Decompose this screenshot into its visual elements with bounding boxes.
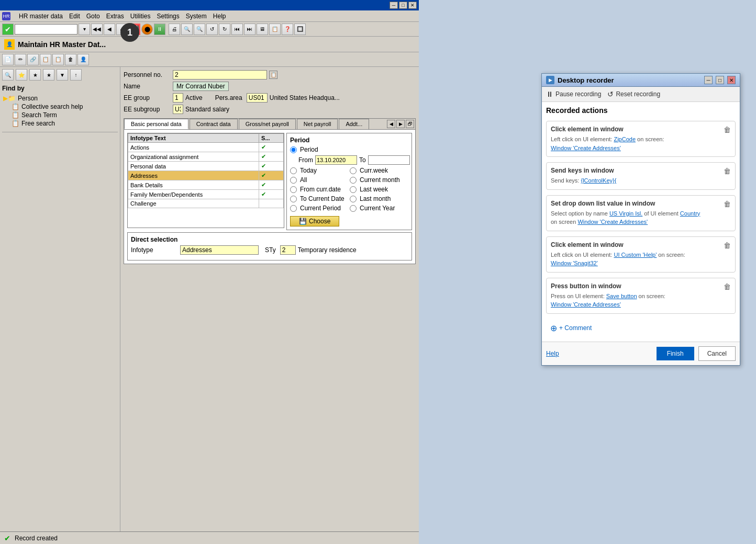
find2-btn[interactable]: 🔍	[194, 24, 205, 35]
tb2-1[interactable]: 📄	[2, 54, 14, 65]
tb2-3[interactable]: 🔗	[27, 54, 39, 65]
nav-prev-btn[interactable]: ◀	[104, 24, 115, 35]
reset-recording-btn[interactable]: ↺ Reset recording	[607, 90, 660, 98]
period-radio[interactable]	[290, 146, 297, 153]
tab-next-btn[interactable]: ▶	[396, 120, 405, 128]
action-5-window-link[interactable]: Window 'Create Addresses'	[551, 301, 621, 308]
action-4-window-link[interactable]: Window 'Snagit32'	[551, 260, 598, 266]
tab-prev-btn[interactable]: ◀	[387, 120, 395, 128]
tab-contract[interactable]: Contract data	[190, 119, 238, 129]
action-4-element-link[interactable]: UI Custom 'Help'	[614, 252, 657, 258]
action-2-delete-btn[interactable]: 🗑	[724, 167, 731, 175]
to-date-input[interactable]	[368, 155, 410, 165]
dropdown-btn[interactable]: ▾	[79, 24, 90, 35]
menu-system[interactable]: System	[186, 13, 207, 20]
tab-basic-personal[interactable]: Basic personal data	[124, 119, 188, 129]
filter-btn4[interactable]: ▼	[57, 69, 68, 81]
tb2-6[interactable]: 🗑	[65, 54, 76, 65]
ee-subgroup-input[interactable]	[173, 105, 183, 114]
lastmonth-radio[interactable]	[350, 196, 357, 202]
action-3-delete-btn[interactable]: 🗑	[724, 200, 731, 208]
menu-settings[interactable]: Settings	[157, 13, 179, 20]
menu-goto[interactable]: Goto	[86, 13, 100, 20]
currperiod-radio[interactable]	[290, 205, 297, 212]
sty-input[interactable]	[280, 245, 296, 255]
fromcurrdate-radio[interactable]	[290, 186, 297, 193]
table-row[interactable]: Challenge	[128, 199, 284, 208]
tb2-7[interactable]: 👤	[77, 54, 89, 65]
curryear-radio[interactable]	[350, 205, 357, 212]
recorder-restore-btn[interactable]: □	[716, 76, 724, 84]
action-5-element-link[interactable]: Save button	[606, 293, 637, 299]
currmonth-radio[interactable]	[350, 177, 357, 184]
search-icon[interactable]: 🔍	[2, 69, 14, 81]
finish-button[interactable]: Finish	[657, 347, 694, 360]
action-3-option-link[interactable]: US Virgin Isl.	[609, 210, 642, 217]
ee-group-input[interactable]	[173, 93, 183, 103]
tool8[interactable]: 🔲	[294, 24, 306, 35]
tool5[interactable]: 🖥	[257, 24, 268, 35]
menu-help[interactable]: Help	[213, 13, 226, 20]
action-1-element-link[interactable]: ZipCode	[614, 136, 636, 142]
cancel-button[interactable]: Cancel	[698, 346, 736, 361]
tb2-2[interactable]: ✏	[15, 54, 26, 65]
table-row[interactable]: Bank Details ✔	[128, 180, 284, 190]
infotype-table-scroll[interactable]: Infotype Text S... Actions	[128, 133, 284, 228]
action-1-delete-btn[interactable]: 🗑	[724, 126, 731, 134]
stop-btn[interactable]: ⬤	[141, 24, 153, 35]
tool4[interactable]: ⏭	[244, 24, 255, 35]
personnel-no-input[interactable]	[173, 70, 267, 80]
filter-btn5[interactable]: ↑	[70, 69, 82, 81]
action-4-delete-btn[interactable]: 🗑	[724, 241, 731, 250]
sidebar-tree-person[interactable]: ▶📁 Person	[2, 94, 118, 103]
menu-extras[interactable]: Extras	[106, 13, 124, 20]
green-check-btn[interactable]: ✔	[2, 24, 14, 35]
filter-btn1[interactable]: ⭐	[16, 69, 27, 81]
pers-area-input[interactable]	[247, 93, 268, 103]
all-radio[interactable]	[290, 177, 297, 184]
help-link[interactable]: Help	[546, 350, 559, 357]
personnel-lookup-btn[interactable]: 📋	[269, 71, 277, 79]
minimize-btn[interactable]: ─	[390, 2, 398, 9]
currweek-radio[interactable]	[350, 167, 357, 174]
menu-hr-master[interactable]: HR master data	[19, 13, 63, 20]
table-row[interactable]: Actions ✔	[128, 143, 284, 152]
menu-utilities[interactable]: Utilities	[130, 13, 151, 20]
close-btn[interactable]: ✕	[408, 2, 417, 9]
menu-edit[interactable]: Edit	[69, 13, 80, 20]
action-3-window-link[interactable]: Window 'Create Addresses'	[577, 219, 648, 225]
sidebar-item-searchterm[interactable]: 📋 Search Term	[10, 111, 118, 119]
tb2-4[interactable]: 📋	[40, 54, 51, 65]
from-date-input[interactable]	[315, 155, 357, 165]
sidebar-item-collective[interactable]: 📋 Collective search help	[10, 103, 118, 111]
filter-btn3[interactable]: ★	[43, 69, 54, 81]
command-input[interactable]	[15, 24, 77, 35]
tool1[interactable]: ↺	[206, 24, 218, 35]
tb2-5[interactable]: 📋	[52, 54, 64, 65]
tab-gross-net[interactable]: Gross/net payroll	[239, 119, 296, 129]
tool2[interactable]: ↻	[219, 24, 230, 35]
recorder-close-btn[interactable]: ✕	[727, 76, 736, 84]
pause-btn[interactable]: ⏸	[154, 24, 165, 35]
infotype-input[interactable]	[180, 245, 259, 255]
lastweek-radio[interactable]	[350, 186, 357, 193]
find-btn[interactable]: 🔍	[181, 24, 193, 35]
tool6[interactable]: 📋	[269, 24, 281, 35]
add-comment-btn[interactable]: ⊕ + Comment	[546, 319, 736, 337]
action-2-keys-link[interactable]: {lControlKey}{	[581, 177, 616, 184]
sidebar-item-freesearch[interactable]: 📋 Free search	[10, 119, 118, 128]
action-3-element-link[interactable]: Country	[680, 210, 701, 217]
tool3[interactable]: ⏮	[231, 24, 243, 35]
tab-addt[interactable]: Addt...	[339, 119, 369, 129]
pause-recording-btn[interactable]: ⏸ Pause recording	[546, 90, 601, 98]
today-radio[interactable]	[290, 167, 297, 174]
table-row-selected[interactable]: Addresses ✔	[128, 171, 284, 180]
tool7[interactable]: ❓	[282, 24, 293, 35]
action-1-window-link[interactable]: Window 'Create Addresses'	[551, 145, 621, 151]
table-row[interactable]: Personal data ✔	[128, 162, 284, 171]
tocurrdate-radio[interactable]	[290, 196, 297, 202]
choose-button[interactable]: 💾 Choose	[290, 216, 339, 226]
action-5-delete-btn[interactable]: 🗑	[724, 282, 731, 291]
nav-first-btn[interactable]: ◀◀	[91, 24, 103, 35]
table-row[interactable]: Organizational assignment ✔	[128, 152, 284, 162]
